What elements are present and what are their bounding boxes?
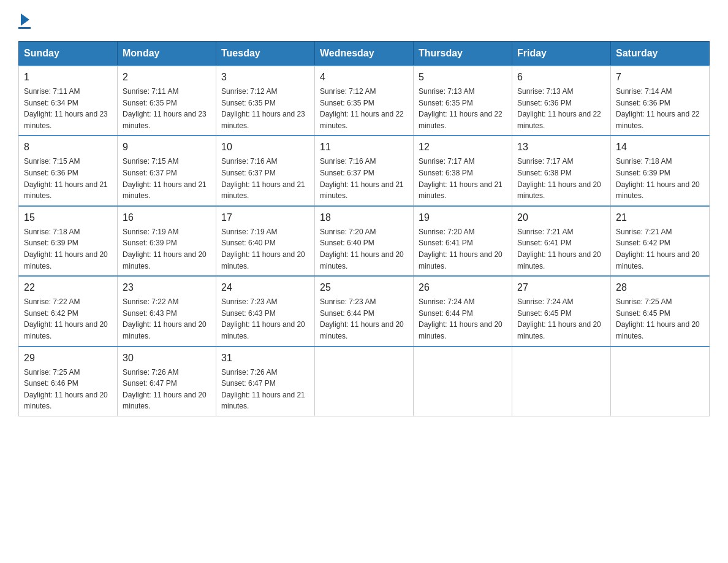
day-info: Sunrise: 7:13 AM Sunset: 6:36 PM Dayligh… xyxy=(517,86,605,131)
calendar-cell xyxy=(611,347,710,416)
day-number: 25 xyxy=(320,280,408,295)
day-info: Sunrise: 7:22 AM Sunset: 6:42 PM Dayligh… xyxy=(24,296,112,342)
day-info: Sunrise: 7:18 AM Sunset: 6:39 PM Dayligh… xyxy=(24,226,112,272)
calendar-cell: 19 Sunrise: 7:20 AM Sunset: 6:41 PM Dayl… xyxy=(414,206,512,276)
calendar-cell: 5 Sunrise: 7:13 AM Sunset: 6:35 PM Dayli… xyxy=(414,66,512,136)
day-number: 2 xyxy=(123,70,211,85)
day-info: Sunrise: 7:17 AM Sunset: 6:38 PM Dayligh… xyxy=(419,156,507,201)
day-info: Sunrise: 7:22 AM Sunset: 6:43 PM Dayligh… xyxy=(123,296,211,342)
logo-arrow-icon xyxy=(21,13,29,26)
calendar-cell: 23 Sunrise: 7:22 AM Sunset: 6:43 PM Dayl… xyxy=(118,276,216,346)
day-of-week-header: Sunday xyxy=(19,42,118,66)
calendar-cell: 2 Sunrise: 7:11 AM Sunset: 6:35 PM Dayli… xyxy=(118,66,216,136)
calendar-cell: 24 Sunrise: 7:23 AM Sunset: 6:43 PM Dayl… xyxy=(216,276,315,346)
day-info: Sunrise: 7:15 AM Sunset: 6:37 PM Dayligh… xyxy=(123,156,211,201)
day-info: Sunrise: 7:18 AM Sunset: 6:39 PM Dayligh… xyxy=(616,156,704,201)
calendar-cell: 22 Sunrise: 7:22 AM Sunset: 6:42 PM Dayl… xyxy=(19,276,118,346)
calendar-cell xyxy=(315,347,414,416)
day-of-week-header: Saturday xyxy=(611,42,710,66)
day-number: 16 xyxy=(123,210,211,225)
day-info: Sunrise: 7:15 AM Sunset: 6:36 PM Dayligh… xyxy=(24,156,112,201)
day-number: 5 xyxy=(419,70,507,85)
calendar-header-row: SundayMondayTuesdayWednesdayThursdayFrid… xyxy=(19,42,710,66)
day-number: 30 xyxy=(123,351,211,366)
day-info: Sunrise: 7:11 AM Sunset: 6:34 PM Dayligh… xyxy=(24,86,112,131)
calendar-cell: 7 Sunrise: 7:14 AM Sunset: 6:36 PM Dayli… xyxy=(611,66,710,136)
logo-underline xyxy=(18,27,31,29)
day-number: 19 xyxy=(419,210,507,225)
day-number: 21 xyxy=(616,210,704,225)
logo xyxy=(18,12,31,29)
day-number: 24 xyxy=(221,280,309,295)
day-number: 20 xyxy=(517,210,605,225)
day-info: Sunrise: 7:24 AM Sunset: 6:45 PM Dayligh… xyxy=(517,296,605,342)
day-number: 3 xyxy=(221,70,309,85)
day-number: 27 xyxy=(517,280,605,295)
calendar-week-row: 22 Sunrise: 7:22 AM Sunset: 6:42 PM Dayl… xyxy=(19,276,710,346)
day-info: Sunrise: 7:19 AM Sunset: 6:40 PM Dayligh… xyxy=(221,226,309,272)
day-info: Sunrise: 7:26 AM Sunset: 6:47 PM Dayligh… xyxy=(221,367,309,412)
day-number: 22 xyxy=(24,280,112,295)
day-info: Sunrise: 7:17 AM Sunset: 6:38 PM Dayligh… xyxy=(517,156,605,201)
day-number: 9 xyxy=(123,140,211,155)
calendar-cell: 21 Sunrise: 7:21 AM Sunset: 6:42 PM Dayl… xyxy=(611,206,710,276)
day-number: 11 xyxy=(320,140,408,155)
calendar-cell: 18 Sunrise: 7:20 AM Sunset: 6:40 PM Dayl… xyxy=(315,206,414,276)
calendar-cell: 11 Sunrise: 7:16 AM Sunset: 6:37 PM Dayl… xyxy=(315,136,414,205)
calendar-week-row: 15 Sunrise: 7:18 AM Sunset: 6:39 PM Dayl… xyxy=(19,206,710,276)
calendar-cell: 14 Sunrise: 7:18 AM Sunset: 6:39 PM Dayl… xyxy=(611,136,710,205)
day-info: Sunrise: 7:24 AM Sunset: 6:44 PM Dayligh… xyxy=(419,296,507,342)
day-number: 10 xyxy=(221,140,309,155)
day-info: Sunrise: 7:23 AM Sunset: 6:43 PM Dayligh… xyxy=(221,296,309,342)
day-info: Sunrise: 7:12 AM Sunset: 6:35 PM Dayligh… xyxy=(221,86,309,131)
day-info: Sunrise: 7:14 AM Sunset: 6:36 PM Dayligh… xyxy=(616,86,704,131)
calendar-cell: 29 Sunrise: 7:25 AM Sunset: 6:46 PM Dayl… xyxy=(19,347,118,416)
calendar-week-row: 8 Sunrise: 7:15 AM Sunset: 6:36 PM Dayli… xyxy=(19,136,710,205)
calendar-cell: 16 Sunrise: 7:19 AM Sunset: 6:39 PM Dayl… xyxy=(118,206,216,276)
day-of-week-header: Tuesday xyxy=(216,42,315,66)
day-number: 4 xyxy=(320,70,408,85)
calendar-cell: 12 Sunrise: 7:17 AM Sunset: 6:38 PM Dayl… xyxy=(414,136,512,205)
calendar-cell: 1 Sunrise: 7:11 AM Sunset: 6:34 PM Dayli… xyxy=(19,66,118,136)
day-info: Sunrise: 7:20 AM Sunset: 6:41 PM Dayligh… xyxy=(419,226,507,272)
day-info: Sunrise: 7:21 AM Sunset: 6:42 PM Dayligh… xyxy=(616,226,704,272)
day-number: 1 xyxy=(24,70,112,85)
page-header xyxy=(18,12,710,29)
day-info: Sunrise: 7:26 AM Sunset: 6:47 PM Dayligh… xyxy=(123,367,211,412)
day-info: Sunrise: 7:25 AM Sunset: 6:46 PM Dayligh… xyxy=(24,367,112,412)
calendar-week-row: 29 Sunrise: 7:25 AM Sunset: 6:46 PM Dayl… xyxy=(19,347,710,416)
calendar-cell: 27 Sunrise: 7:24 AM Sunset: 6:45 PM Dayl… xyxy=(512,276,611,346)
day-info: Sunrise: 7:19 AM Sunset: 6:39 PM Dayligh… xyxy=(123,226,211,272)
day-of-week-header: Monday xyxy=(118,42,216,66)
calendar-cell: 9 Sunrise: 7:15 AM Sunset: 6:37 PM Dayli… xyxy=(118,136,216,205)
calendar-week-row: 1 Sunrise: 7:11 AM Sunset: 6:34 PM Dayli… xyxy=(19,66,710,136)
calendar-cell: 25 Sunrise: 7:23 AM Sunset: 6:44 PM Dayl… xyxy=(315,276,414,346)
day-number: 12 xyxy=(419,140,507,155)
calendar-cell: 4 Sunrise: 7:12 AM Sunset: 6:35 PM Dayli… xyxy=(315,66,414,136)
day-number: 17 xyxy=(221,210,309,225)
calendar-cell: 28 Sunrise: 7:25 AM Sunset: 6:45 PM Dayl… xyxy=(611,276,710,346)
day-info: Sunrise: 7:16 AM Sunset: 6:37 PM Dayligh… xyxy=(320,156,408,201)
day-of-week-header: Friday xyxy=(512,42,611,66)
day-of-week-header: Wednesday xyxy=(315,42,414,66)
day-info: Sunrise: 7:20 AM Sunset: 6:40 PM Dayligh… xyxy=(320,226,408,272)
day-info: Sunrise: 7:12 AM Sunset: 6:35 PM Dayligh… xyxy=(320,86,408,131)
day-info: Sunrise: 7:23 AM Sunset: 6:44 PM Dayligh… xyxy=(320,296,408,342)
day-number: 15 xyxy=(24,210,112,225)
calendar-cell: 20 Sunrise: 7:21 AM Sunset: 6:41 PM Dayl… xyxy=(512,206,611,276)
day-number: 26 xyxy=(419,280,507,295)
day-info: Sunrise: 7:13 AM Sunset: 6:35 PM Dayligh… xyxy=(419,86,507,131)
calendar-cell: 30 Sunrise: 7:26 AM Sunset: 6:47 PM Dayl… xyxy=(118,347,216,416)
day-number: 31 xyxy=(221,351,309,366)
day-number: 7 xyxy=(616,70,704,85)
day-info: Sunrise: 7:21 AM Sunset: 6:41 PM Dayligh… xyxy=(517,226,605,272)
calendar-cell: 10 Sunrise: 7:16 AM Sunset: 6:37 PM Dayl… xyxy=(216,136,315,205)
day-number: 23 xyxy=(123,280,211,295)
calendar-cell: 26 Sunrise: 7:24 AM Sunset: 6:44 PM Dayl… xyxy=(414,276,512,346)
calendar-cell: 31 Sunrise: 7:26 AM Sunset: 6:47 PM Dayl… xyxy=(216,347,315,416)
day-of-week-header: Thursday xyxy=(414,42,512,66)
day-info: Sunrise: 7:11 AM Sunset: 6:35 PM Dayligh… xyxy=(123,86,211,131)
calendar-cell: 13 Sunrise: 7:17 AM Sunset: 6:38 PM Dayl… xyxy=(512,136,611,205)
calendar-table: SundayMondayTuesdayWednesdayThursdayFrid… xyxy=(18,41,710,416)
calendar-cell: 3 Sunrise: 7:12 AM Sunset: 6:35 PM Dayli… xyxy=(216,66,315,136)
